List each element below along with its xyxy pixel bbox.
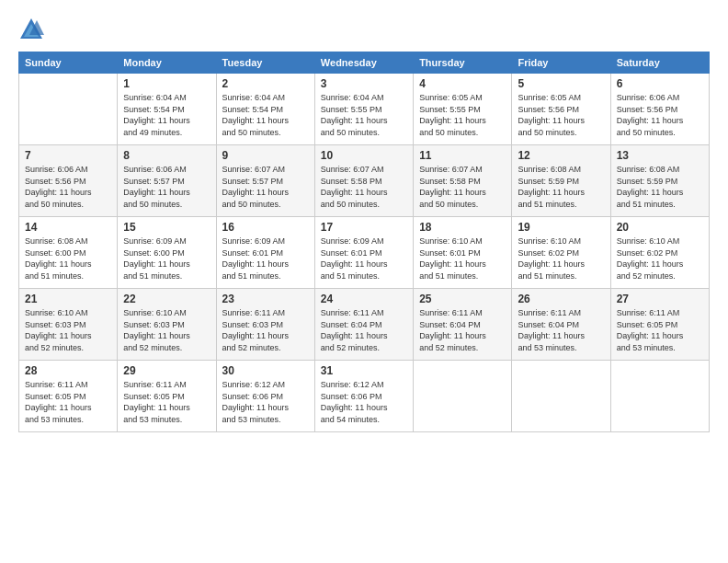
day-number: 6: [617, 77, 703, 90]
calendar-cell: 22Sunrise: 6:10 AM Sunset: 6:03 PM Dayli…: [118, 289, 216, 361]
weekday-header-row: SundayMondayTuesdayWednesdayThursdayFrid…: [19, 52, 710, 74]
calendar-cell: 13Sunrise: 6:08 AM Sunset: 5:59 PM Dayli…: [610, 145, 709, 217]
day-number: 28: [25, 364, 111, 377]
header: [18, 17, 710, 42]
calendar-cell: 4Sunrise: 6:05 AM Sunset: 5:55 PM Daylig…: [414, 74, 512, 145]
day-info: Sunrise: 6:10 AM Sunset: 6:02 PM Dayligh…: [518, 236, 604, 282]
day-number: 13: [617, 149, 703, 162]
day-info: Sunrise: 6:09 AM Sunset: 6:01 PM Dayligh…: [222, 236, 309, 282]
day-number: 7: [25, 149, 111, 162]
calendar-cell: 28Sunrise: 6:11 AM Sunset: 6:05 PM Dayli…: [19, 361, 118, 432]
day-info: Sunrise: 6:11 AM Sunset: 6:05 PM Dayligh…: [25, 379, 111, 425]
calendar-week-4: 21Sunrise: 6:10 AM Sunset: 6:03 PM Dayli…: [19, 289, 710, 361]
weekday-header-friday: Friday: [512, 52, 610, 74]
day-info: Sunrise: 6:06 AM Sunset: 5:57 PM Dayligh…: [123, 164, 210, 210]
calendar-week-3: 14Sunrise: 6:08 AM Sunset: 6:00 PM Dayli…: [19, 217, 710, 289]
calendar-cell: [610, 361, 709, 432]
day-info: Sunrise: 6:07 AM Sunset: 5:57 PM Dayligh…: [222, 164, 309, 210]
day-info: Sunrise: 6:04 AM Sunset: 5:55 PM Dayligh…: [321, 92, 407, 138]
calendar-cell: 25Sunrise: 6:11 AM Sunset: 6:04 PM Dayli…: [414, 289, 512, 361]
calendar-cell: 16Sunrise: 6:09 AM Sunset: 6:01 PM Dayli…: [216, 217, 314, 289]
day-number: 22: [123, 293, 210, 305]
calendar-cell: 19Sunrise: 6:10 AM Sunset: 6:02 PM Dayli…: [512, 217, 610, 289]
day-info: Sunrise: 6:11 AM Sunset: 6:04 PM Dayligh…: [518, 307, 604, 353]
weekday-header-saturday: Saturday: [610, 52, 709, 74]
calendar-cell: 2Sunrise: 6:04 AM Sunset: 5:54 PM Daylig…: [216, 74, 314, 145]
calendar-header: SundayMondayTuesdayWednesdayThursdayFrid…: [19, 52, 710, 74]
day-info: Sunrise: 6:04 AM Sunset: 5:54 PM Dayligh…: [222, 92, 309, 138]
calendar-cell: 14Sunrise: 6:08 AM Sunset: 6:00 PM Dayli…: [19, 217, 118, 289]
day-info: Sunrise: 6:09 AM Sunset: 6:00 PM Dayligh…: [123, 236, 210, 282]
calendar-cell: [512, 361, 610, 432]
day-info: Sunrise: 6:12 AM Sunset: 6:06 PM Dayligh…: [222, 379, 309, 425]
calendar-cell: 27Sunrise: 6:11 AM Sunset: 6:05 PM Dayli…: [610, 289, 709, 361]
weekday-header-thursday: Thursday: [414, 52, 512, 74]
day-info: Sunrise: 6:08 AM Sunset: 5:59 PM Dayligh…: [617, 164, 703, 210]
calendar-cell: [19, 74, 118, 145]
calendar-cell: 9Sunrise: 6:07 AM Sunset: 5:57 PM Daylig…: [216, 145, 314, 217]
day-info: Sunrise: 6:10 AM Sunset: 6:03 PM Dayligh…: [123, 307, 210, 353]
calendar-cell: 5Sunrise: 6:05 AM Sunset: 5:56 PM Daylig…: [512, 74, 610, 145]
day-number: 27: [617, 293, 703, 305]
day-info: Sunrise: 6:07 AM Sunset: 5:58 PM Dayligh…: [321, 164, 407, 210]
day-info: Sunrise: 6:11 AM Sunset: 6:05 PM Dayligh…: [617, 307, 703, 353]
day-number: 17: [321, 221, 407, 234]
day-info: Sunrise: 6:11 AM Sunset: 6:04 PM Dayligh…: [321, 307, 407, 353]
day-info: Sunrise: 6:06 AM Sunset: 5:56 PM Dayligh…: [617, 92, 703, 138]
day-info: Sunrise: 6:07 AM Sunset: 5:58 PM Dayligh…: [419, 164, 506, 210]
day-number: 2: [222, 77, 309, 90]
calendar-week-2: 7Sunrise: 6:06 AM Sunset: 5:56 PM Daylig…: [19, 145, 710, 217]
weekday-header-sunday: Sunday: [19, 52, 118, 74]
day-number: 4: [419, 77, 506, 90]
calendar-cell: 30Sunrise: 6:12 AM Sunset: 6:06 PM Dayli…: [216, 361, 314, 432]
day-number: 1: [123, 77, 210, 90]
day-info: Sunrise: 6:05 AM Sunset: 5:55 PM Dayligh…: [419, 92, 506, 138]
calendar-cell: 11Sunrise: 6:07 AM Sunset: 5:58 PM Dayli…: [414, 145, 512, 217]
day-number: 31: [321, 364, 407, 377]
day-number: 15: [123, 221, 210, 234]
calendar-cell: 18Sunrise: 6:10 AM Sunset: 6:01 PM Dayli…: [414, 217, 512, 289]
calendar-cell: 3Sunrise: 6:04 AM Sunset: 5:55 PM Daylig…: [314, 74, 413, 145]
day-number: 16: [222, 221, 309, 234]
day-number: 14: [25, 221, 111, 234]
day-info: Sunrise: 6:06 AM Sunset: 5:56 PM Dayligh…: [25, 164, 111, 210]
day-info: Sunrise: 6:10 AM Sunset: 6:01 PM Dayligh…: [419, 236, 506, 282]
calendar-cell: 1Sunrise: 6:04 AM Sunset: 5:54 PM Daylig…: [118, 74, 216, 145]
day-info: Sunrise: 6:10 AM Sunset: 6:03 PM Dayligh…: [25, 307, 111, 353]
day-info: Sunrise: 6:11 AM Sunset: 6:05 PM Dayligh…: [123, 379, 210, 425]
day-info: Sunrise: 6:10 AM Sunset: 6:02 PM Dayligh…: [617, 236, 703, 282]
calendar-cell: 23Sunrise: 6:11 AM Sunset: 6:03 PM Dayli…: [216, 289, 314, 361]
day-number: 12: [518, 149, 604, 162]
calendar-week-1: 1Sunrise: 6:04 AM Sunset: 5:54 PM Daylig…: [19, 74, 710, 145]
day-number: 10: [321, 149, 407, 162]
day-number: 19: [518, 221, 604, 234]
day-number: 5: [518, 77, 604, 90]
calendar-cell: 20Sunrise: 6:10 AM Sunset: 6:02 PM Dayli…: [610, 217, 709, 289]
day-info: Sunrise: 6:11 AM Sunset: 6:04 PM Dayligh…: [419, 307, 506, 353]
day-info: Sunrise: 6:08 AM Sunset: 6:00 PM Dayligh…: [25, 236, 111, 282]
day-number: 29: [123, 364, 210, 377]
day-number: 3: [321, 77, 407, 90]
calendar-table: SundayMondayTuesdayWednesdayThursdayFrid…: [18, 52, 710, 432]
calendar-cell: 12Sunrise: 6:08 AM Sunset: 5:59 PM Dayli…: [512, 145, 610, 217]
day-info: Sunrise: 6:09 AM Sunset: 6:01 PM Dayligh…: [321, 236, 407, 282]
logo-icon: [18, 17, 44, 42]
calendar-cell: 29Sunrise: 6:11 AM Sunset: 6:05 PM Dayli…: [118, 361, 216, 432]
day-number: 25: [419, 293, 506, 305]
day-number: 30: [222, 364, 309, 377]
calendar-cell: 26Sunrise: 6:11 AM Sunset: 6:04 PM Dayli…: [512, 289, 610, 361]
day-number: 8: [123, 149, 210, 162]
day-number: 23: [222, 293, 309, 305]
day-info: Sunrise: 6:04 AM Sunset: 5:54 PM Dayligh…: [123, 92, 210, 138]
calendar-cell: 8Sunrise: 6:06 AM Sunset: 5:57 PM Daylig…: [118, 145, 216, 217]
day-number: 20: [617, 221, 703, 234]
logo: [18, 17, 48, 42]
calendar-week-5: 28Sunrise: 6:11 AM Sunset: 6:05 PM Dayli…: [19, 361, 710, 432]
day-number: 11: [419, 149, 506, 162]
day-number: 21: [25, 293, 111, 305]
calendar-cell: 6Sunrise: 6:06 AM Sunset: 5:56 PM Daylig…: [610, 74, 709, 145]
calendar-cell: 24Sunrise: 6:11 AM Sunset: 6:04 PM Dayli…: [314, 289, 413, 361]
calendar-cell: 21Sunrise: 6:10 AM Sunset: 6:03 PM Dayli…: [19, 289, 118, 361]
day-number: 9: [222, 149, 309, 162]
calendar-cell: 17Sunrise: 6:09 AM Sunset: 6:01 PM Dayli…: [314, 217, 413, 289]
